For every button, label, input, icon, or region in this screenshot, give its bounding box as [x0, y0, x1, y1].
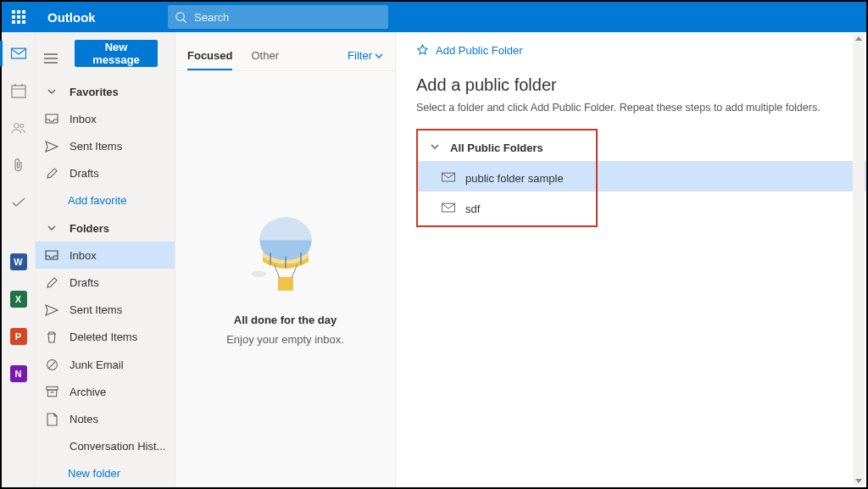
- hamburger-icon: [44, 53, 58, 64]
- tree-item-sdf[interactable]: sdf: [418, 193, 596, 224]
- rail-people[interactable]: [2, 115, 36, 141]
- folder-panel: New message Favorites Inbox Sent Items D…: [36, 32, 175, 487]
- message-list-panel: Focused Other Filter: [175, 32, 396, 487]
- send-icon: [44, 141, 59, 153]
- folder-inbox[interactable]: Inbox: [36, 242, 175, 269]
- app-brand: Outlook: [36, 10, 163, 25]
- rail-onenote[interactable]: N: [2, 361, 36, 386]
- pencil-icon: [44, 167, 59, 180]
- inbox-icon: [44, 113, 59, 125]
- svg-point-18: [251, 270, 266, 276]
- search-placeholder: Search: [194, 11, 229, 24]
- public-folder-tree: All Public Folders public folder sample …: [416, 129, 598, 227]
- inbox-tabs: Focused Other Filter: [175, 32, 395, 71]
- chevron-down-icon: [375, 52, 383, 60]
- mail-icon: [442, 203, 455, 215]
- favorites-label: Favorites: [70, 86, 119, 98]
- folder-label: Drafts: [70, 276, 99, 289]
- rail-todo[interactable]: [2, 190, 36, 215]
- fav-sent[interactable]: Sent Items: [36, 132, 175, 159]
- favorites-section[interactable]: Favorites: [36, 78, 175, 105]
- module-rail: W X P N: [2, 32, 36, 487]
- folder-label: Junk Email: [70, 358, 124, 371]
- mail-icon: [11, 46, 26, 61]
- collapse-panel-button[interactable]: [44, 53, 58, 67]
- new-message-button[interactable]: New message: [75, 40, 158, 67]
- folder-notes[interactable]: Notes: [36, 405, 175, 432]
- app-launcher-button[interactable]: [2, 2, 36, 32]
- add-public-folder-panel: Add Public Folder Add a public folder Se…: [396, 32, 866, 487]
- people-icon: [11, 120, 26, 136]
- panel-title: Add a public folder: [416, 75, 846, 95]
- svg-point-7: [14, 124, 18, 128]
- panel-description: Select a folder and click Add Public Fol…: [416, 102, 846, 114]
- folder-conversation-history[interactable]: Conversation Hist...: [36, 433, 175, 460]
- mail-icon: [442, 172, 455, 185]
- folder-label: Sent Items: [70, 140, 122, 153]
- rail-files[interactable]: [2, 153, 36, 178]
- inbox-icon: [44, 249, 59, 261]
- chevron-down-icon: [44, 86, 59, 97]
- paperclip-icon: [12, 158, 25, 173]
- empty-subtitle: Enjoy your empty inbox.: [226, 333, 344, 346]
- search-icon: [175, 11, 187, 24]
- folder-sent[interactable]: Sent Items: [36, 297, 175, 324]
- folder-junk[interactable]: Junk Email: [36, 351, 175, 378]
- folders-label: Folders: [70, 222, 109, 235]
- waffle-icon: [12, 10, 25, 24]
- folder-label: Archive: [70, 386, 106, 398]
- folder-label: Notes: [70, 413, 98, 425]
- svg-rect-3: [12, 86, 25, 97]
- folder-label: Inbox: [70, 113, 97, 125]
- add-favorite-link[interactable]: Add favorite: [36, 187, 175, 214]
- calendar-icon: [11, 83, 26, 98]
- svg-rect-15: [47, 390, 56, 397]
- tab-focused[interactable]: Focused: [187, 49, 232, 70]
- folder-drafts[interactable]: Drafts: [36, 269, 175, 296]
- svg-point-8: [19, 124, 23, 127]
- folder-label: Drafts: [70, 167, 99, 180]
- tree-item-public-folder-sample[interactable]: public folder sample: [418, 163, 596, 193]
- folder-label: Sent Items: [70, 303, 122, 316]
- check-icon: [11, 195, 26, 210]
- send-icon: [44, 304, 59, 316]
- rail-excel[interactable]: X: [2, 286, 36, 312]
- fav-drafts[interactable]: Drafts: [36, 160, 175, 187]
- archive-icon: [44, 386, 59, 397]
- rail-mail[interactable]: [0, 41, 34, 66]
- tree-root-all-public-folders[interactable]: All Public Folders: [418, 132, 596, 163]
- folder-label: Inbox: [70, 249, 97, 262]
- folder-label: Conversation Hist...: [70, 440, 165, 453]
- rail-calendar[interactable]: [2, 78, 36, 103]
- search-input[interactable]: Search: [168, 5, 388, 29]
- block-icon: [44, 358, 59, 371]
- folder-label: Deleted Items: [70, 331, 137, 343]
- folder-archive[interactable]: Archive: [36, 378, 175, 405]
- new-folder-link[interactable]: New folder: [36, 460, 175, 487]
- top-bar: Outlook Search: [2, 2, 866, 32]
- folder-deleted[interactable]: Deleted Items: [36, 324, 175, 351]
- chevron-down-icon: [44, 223, 59, 233]
- svg-point-0: [176, 12, 184, 19]
- svg-rect-14: [46, 387, 57, 391]
- svg-line-13: [48, 361, 55, 368]
- vertical-scrollbar[interactable]: [853, 34, 865, 486]
- svg-rect-22: [278, 276, 293, 290]
- trash-icon: [44, 331, 59, 344]
- empty-title: All done for the day: [234, 314, 337, 326]
- pencil-icon: [44, 276, 59, 289]
- balloon-illustration: [248, 214, 324, 307]
- rail-powerpoint[interactable]: P: [2, 324, 36, 349]
- note-icon: [44, 413, 59, 426]
- fav-inbox[interactable]: Inbox: [36, 105, 175, 132]
- svg-line-1: [183, 19, 186, 22]
- filter-button[interactable]: Filter: [348, 49, 383, 70]
- tab-other[interactable]: Other: [251, 49, 279, 70]
- star-plus-icon: [416, 44, 429, 57]
- empty-state: All done for the day Enjoy your empty in…: [175, 71, 395, 487]
- chevron-down-icon: [430, 142, 440, 154]
- add-public-folder-link[interactable]: Add Public Folder: [416, 44, 846, 57]
- rail-word[interactable]: W: [2, 249, 36, 275]
- folders-section[interactable]: Folders: [36, 214, 175, 242]
